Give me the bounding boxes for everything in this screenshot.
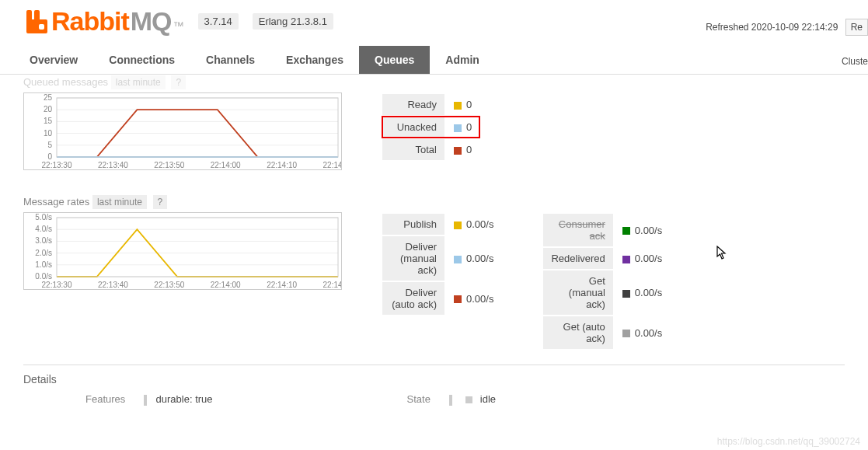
svg-text:4.0/s: 4.0/s	[35, 225, 52, 233]
metric-label: Deliver (auto ack)	[382, 282, 444, 315]
svg-text:25: 25	[44, 93, 53, 102]
svg-rect-22	[57, 98, 338, 157]
rates-metrics-right: Consumer ack0.00/sRedelivered0.00/sGet (…	[542, 212, 671, 351]
idle-dot-icon	[465, 396, 472, 403]
watermark: https://blog.csdn.net/qq_39002724	[717, 436, 860, 447]
svg-text:20: 20	[44, 105, 53, 113]
svg-text:22:14:20: 22:14:20	[323, 161, 342, 169]
rates-metrics-left: Publish0.00/sDeliver (manual ack)0.00/sD…	[381, 212, 503, 316]
details-row: Features durable: true State idle	[23, 385, 845, 406]
tab-channels[interactable]: Channels	[190, 46, 270, 74]
rates-chart: 0.0/s1.0/s2.0/s3.0/s4.0/s5.0/s22:13:3022…	[23, 212, 342, 292]
main-tabs: Overview Connections Channels Exchanges …	[0, 46, 868, 75]
features-key: Features	[85, 393, 125, 405]
metric-value: 0	[446, 139, 479, 160]
queued-range[interactable]: last minute	[111, 75, 166, 89]
metric-label: Publish	[382, 214, 444, 235]
svg-text:0.0/s: 0.0/s	[35, 272, 52, 281]
metric-value: 0.00/s	[615, 248, 670, 269]
metric-row: Ready0	[382, 94, 479, 115]
metric-value: 0	[446, 94, 479, 115]
rates-help[interactable]: ?	[153, 195, 168, 209]
queued-chart: 051015202522:13:3022:13:4022:13:5022:14:…	[23, 92, 342, 173]
svg-text:22:13:30: 22:13:30	[42, 161, 72, 169]
svg-text:22:13:40: 22:13:40	[98, 161, 128, 169]
refresh-dropdown[interactable]: Re	[845, 19, 868, 36]
metric-value: 0.00/s	[446, 214, 501, 235]
rabbitmq-logo-icon	[23, 9, 50, 35]
queued-metrics-table: Ready0Unacked0Total0	[381, 92, 481, 162]
svg-text:5: 5	[47, 141, 52, 149]
metric-value: 0	[446, 117, 479, 138]
tab-exchanges[interactable]: Exchanges	[270, 46, 359, 74]
metric-value: 0.00/s	[615, 214, 670, 246]
tab-admin[interactable]: Admin	[430, 46, 495, 74]
svg-text:2.0/s: 2.0/s	[35, 249, 52, 257]
metric-row: Get (auto ack)0.00/s	[543, 316, 670, 349]
erlang-badge: Erlang 21.3.8.1	[253, 13, 333, 30]
rates-range[interactable]: last minute	[92, 195, 147, 209]
metric-row: Publish0.00/s	[382, 214, 501, 235]
metric-row: Unacked0	[382, 117, 479, 138]
metric-label: Redelivered	[543, 248, 612, 269]
details-header[interactable]: Details	[23, 365, 845, 385]
metric-label: Unacked	[382, 117, 444, 138]
queued-help[interactable]: ?	[171, 75, 186, 89]
metric-value: 0.00/s	[446, 236, 501, 281]
refreshed-text: Refreshed 2020-10-09 22:14:29	[706, 22, 838, 33]
logo-tm: ™	[173, 19, 184, 32]
features-value: durable: true	[156, 393, 213, 405]
divider-icon	[144, 395, 147, 406]
metric-row: Consumer ack0.00/s	[543, 214, 670, 246]
svg-text:5.0/s: 5.0/s	[35, 213, 52, 222]
metric-label: Get (auto ack)	[543, 316, 612, 349]
tab-queues[interactable]: Queues	[359, 46, 430, 74]
svg-text:22:14:00: 22:14:00	[211, 161, 241, 169]
svg-text:22:14:00: 22:14:00	[211, 281, 241, 289]
svg-text:22:14:20: 22:14:20	[323, 281, 342, 289]
svg-text:10: 10	[44, 129, 53, 138]
metric-label: Deliver (manual ack)	[382, 236, 444, 281]
svg-text:22:14:10: 22:14:10	[267, 161, 297, 169]
svg-text:0: 0	[47, 152, 52, 161]
svg-rect-3	[39, 24, 44, 30]
logo-text-rabbit: Rabbit	[51, 6, 129, 37]
svg-text:22:13:40: 22:13:40	[98, 281, 128, 289]
metric-row: Redelivered0.00/s	[543, 248, 670, 269]
svg-text:22:14:10: 22:14:10	[267, 281, 297, 289]
tab-overview[interactable]: Overview	[14, 46, 93, 74]
state-key: State	[407, 393, 431, 405]
metric-row: Deliver (auto ack)0.00/s	[382, 282, 501, 315]
svg-text:22:13:50: 22:13:50	[154, 161, 184, 169]
svg-text:22:13:30: 22:13:30	[42, 281, 72, 289]
svg-text:1.0/s: 1.0/s	[35, 260, 52, 269]
logo-text-mq: MQ	[131, 6, 172, 37]
metric-label: Ready	[382, 94, 444, 115]
metric-value: 0.00/s	[615, 316, 670, 349]
svg-text:15: 15	[44, 117, 53, 125]
metric-label: Consumer ack	[543, 214, 612, 246]
metric-row: Total0	[382, 139, 479, 160]
metric-row: Deliver (manual ack)0.00/s	[382, 236, 501, 281]
svg-text:22:13:50: 22:13:50	[154, 281, 184, 289]
tab-connections[interactable]: Connections	[93, 46, 190, 74]
metric-label: Get (manual ack)	[543, 270, 612, 315]
cursor-icon	[716, 246, 729, 263]
state-value: idle	[480, 393, 496, 405]
metric-value: 0.00/s	[446, 282, 501, 315]
divider-icon	[449, 395, 452, 406]
svg-rect-41	[57, 218, 338, 277]
queued-messages-title: Queued messages last minute ?	[23, 76, 845, 88]
rabbitmq-logo: RabbitMQ ™	[23, 6, 184, 37]
metric-row: Get (manual ack)0.00/s	[543, 270, 670, 315]
metric-value: 0.00/s	[615, 270, 670, 315]
cluster-label: Cluste	[842, 56, 868, 67]
version-badge: 3.7.14	[198, 13, 239, 30]
svg-text:3.0/s: 3.0/s	[35, 236, 52, 245]
message-rates-title: Message rates last minute ?	[23, 196, 845, 208]
metric-label: Total	[382, 139, 444, 160]
